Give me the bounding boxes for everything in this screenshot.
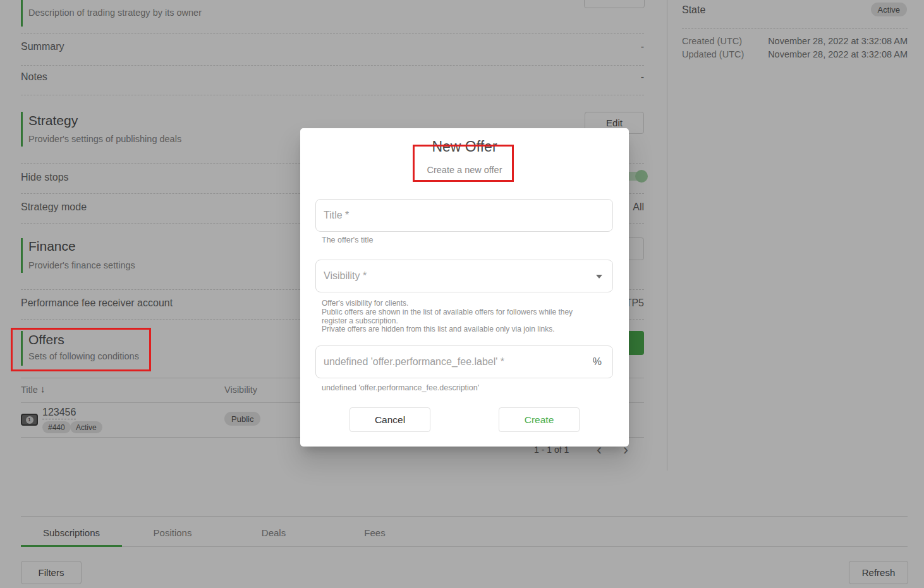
dropdown-arrow-icon[interactable] <box>596 275 602 279</box>
performance-fee-helper-text: undefined 'offer.performance_fee.descrip… <box>322 383 479 392</box>
title-input-label: Title * <box>324 210 349 221</box>
visibility-helper-line: Public offers are shown in the list of a… <box>322 308 573 317</box>
performance-fee-input-label: undefined 'offer.performance_fee.label' … <box>324 356 504 368</box>
visibility-helper-text: Offer's visibility for clients. Public o… <box>322 299 573 334</box>
title-input[interactable]: Title * <box>315 199 613 232</box>
annotation-box-offers-section <box>11 328 151 371</box>
percent-suffix: % <box>593 356 602 368</box>
visibility-helper-line: register a subscription. <box>322 317 573 326</box>
visibility-select[interactable]: Visibility * <box>315 260 613 292</box>
visibility-helper-line: Offer's visibility for clients. <box>322 299 573 308</box>
strategy-details-page: Description of trading strategy by its o… <box>0 0 924 588</box>
visibility-helper-line: Private offers are hidden from this list… <box>322 325 573 334</box>
create-button[interactable]: Create <box>499 407 580 432</box>
annotation-box-dialog-title <box>413 145 514 182</box>
visibility-select-label: Visibility * <box>324 270 367 282</box>
cancel-button[interactable]: Cancel <box>350 407 430 432</box>
performance-fee-input[interactable]: undefined 'offer.performance_fee.label' … <box>315 345 613 378</box>
title-helper-text: The offer's title <box>322 236 373 244</box>
